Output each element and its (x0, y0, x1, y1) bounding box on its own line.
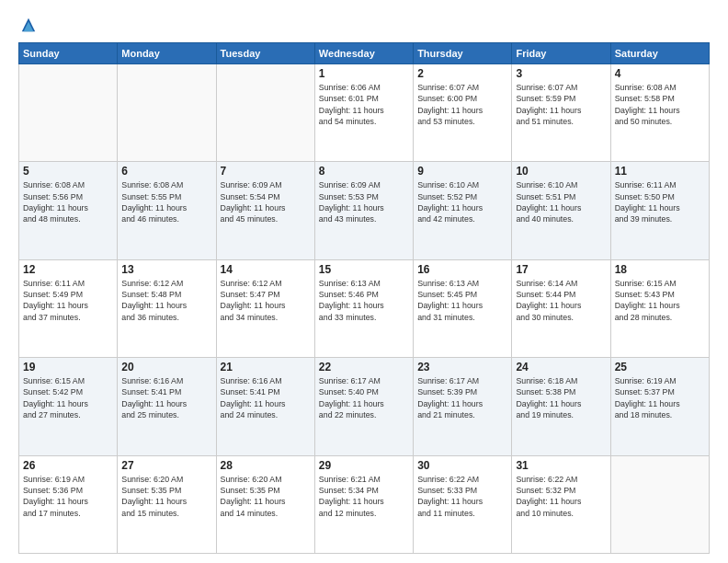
calendar-day-13: 13Sunrise: 6:12 AM Sunset: 5:48 PM Dayli… (118, 259, 216, 357)
day-info: Sunrise: 6:10 AM Sunset: 5:51 PM Dayligh… (516, 179, 606, 224)
day-info: Sunrise: 6:12 AM Sunset: 5:47 PM Dayligh… (221, 278, 311, 323)
calendar-day-15: 15Sunrise: 6:13 AM Sunset: 5:46 PM Dayli… (314, 259, 413, 357)
day-number: 19 (23, 361, 113, 373)
day-info: Sunrise: 6:13 AM Sunset: 5:45 PM Dayligh… (417, 278, 507, 323)
day-number: 8 (319, 165, 409, 178)
day-info: Sunrise: 6:19 AM Sunset: 5:37 PM Dayligh… (615, 375, 705, 420)
day-info: Sunrise: 6:19 AM Sunset: 5:36 PM Dayligh… (23, 474, 113, 519)
weekday-friday: Friday (512, 43, 610, 64)
day-number: 9 (417, 165, 507, 178)
calendar-day-17: 17Sunrise: 6:14 AM Sunset: 5:44 PM Dayli… (512, 259, 610, 357)
day-info: Sunrise: 6:16 AM Sunset: 5:41 PM Dayligh… (221, 375, 311, 420)
calendar-day-26: 26Sunrise: 6:19 AM Sunset: 5:36 PM Dayli… (19, 455, 118, 553)
day-number: 6 (121, 165, 211, 178)
day-number: 24 (516, 361, 606, 373)
day-info: Sunrise: 6:08 AM Sunset: 5:58 PM Dayligh… (615, 82, 705, 127)
day-number: 27 (121, 459, 211, 472)
day-number: 29 (319, 459, 409, 472)
day-number: 20 (121, 361, 211, 373)
calendar-day-8: 8Sunrise: 6:09 AM Sunset: 5:53 PM Daylig… (314, 162, 413, 259)
day-info: Sunrise: 6:14 AM Sunset: 5:44 PM Dayligh… (516, 278, 606, 323)
weekday-saturday: Saturday (610, 43, 709, 64)
day-info: Sunrise: 6:18 AM Sunset: 5:38 PM Dayligh… (516, 375, 606, 420)
calendar-empty (216, 64, 314, 162)
calendar-day-5: 5Sunrise: 6:08 AM Sunset: 5:56 PM Daylig… (19, 162, 118, 259)
calendar-day-25: 25Sunrise: 6:19 AM Sunset: 5:37 PM Dayli… (610, 358, 709, 455)
day-number: 23 (417, 361, 507, 373)
day-info: Sunrise: 6:12 AM Sunset: 5:48 PM Dayligh… (121, 278, 211, 323)
calendar-day-7: 7Sunrise: 6:09 AM Sunset: 5:54 PM Daylig… (216, 162, 314, 259)
day-info: Sunrise: 6:11 AM Sunset: 5:49 PM Dayligh… (23, 278, 113, 323)
day-number: 12 (23, 263, 113, 276)
day-number: 17 (516, 263, 606, 276)
weekday-monday: Monday (118, 43, 216, 64)
calendar-week-4: 19Sunrise: 6:15 AM Sunset: 5:42 PM Dayli… (19, 358, 710, 455)
day-info: Sunrise: 6:13 AM Sunset: 5:46 PM Dayligh… (319, 278, 409, 323)
day-info: Sunrise: 6:10 AM Sunset: 5:52 PM Dayligh… (417, 179, 507, 224)
day-number: 21 (221, 361, 311, 373)
weekday-wednesday: Wednesday (314, 43, 413, 64)
calendar-day-23: 23Sunrise: 6:17 AM Sunset: 5:39 PM Dayli… (414, 358, 512, 455)
day-number: 10 (516, 165, 606, 178)
day-number: 13 (121, 263, 211, 276)
weekday-tuesday: Tuesday (216, 43, 314, 64)
calendar-day-10: 10Sunrise: 6:10 AM Sunset: 5:51 PM Dayli… (512, 162, 610, 259)
day-info: Sunrise: 6:15 AM Sunset: 5:43 PM Dayligh… (615, 278, 705, 323)
day-number: 28 (221, 459, 311, 472)
day-number: 4 (615, 67, 705, 80)
day-info: Sunrise: 6:22 AM Sunset: 5:33 PM Dayligh… (417, 474, 507, 519)
day-number: 16 (417, 263, 507, 276)
day-number: 22 (319, 361, 409, 373)
day-number: 25 (615, 361, 705, 373)
calendar-day-22: 22Sunrise: 6:17 AM Sunset: 5:40 PM Dayli… (314, 358, 413, 455)
calendar-day-16: 16Sunrise: 6:13 AM Sunset: 5:45 PM Dayli… (414, 259, 512, 357)
day-info: Sunrise: 6:09 AM Sunset: 5:54 PM Dayligh… (221, 179, 311, 224)
day-number: 5 (23, 165, 113, 178)
day-number: 30 (417, 459, 507, 472)
calendar-empty (610, 455, 709, 553)
calendar-day-30: 30Sunrise: 6:22 AM Sunset: 5:33 PM Dayli… (414, 455, 512, 553)
day-number: 11 (615, 165, 705, 178)
day-number: 31 (516, 459, 606, 472)
calendar-day-21: 21Sunrise: 6:16 AM Sunset: 5:41 PM Dayli… (216, 358, 314, 455)
calendar-table: SundayMondayTuesdayWednesdayThursdayFrid… (18, 42, 710, 554)
calendar-day-31: 31Sunrise: 6:22 AM Sunset: 5:32 PM Dayli… (512, 455, 610, 553)
day-info: Sunrise: 6:20 AM Sunset: 5:35 PM Dayligh… (121, 474, 211, 519)
day-info: Sunrise: 6:06 AM Sunset: 6:01 PM Dayligh… (319, 82, 409, 127)
calendar-day-24: 24Sunrise: 6:18 AM Sunset: 5:38 PM Dayli… (512, 358, 610, 455)
day-info: Sunrise: 6:17 AM Sunset: 5:39 PM Dayligh… (417, 375, 507, 420)
day-info: Sunrise: 6:21 AM Sunset: 5:34 PM Dayligh… (319, 474, 409, 519)
day-info: Sunrise: 6:07 AM Sunset: 5:59 PM Dayligh… (516, 82, 606, 127)
calendar-day-20: 20Sunrise: 6:16 AM Sunset: 5:41 PM Dayli… (118, 358, 216, 455)
day-number: 7 (221, 165, 311, 178)
day-number: 14 (221, 263, 311, 276)
day-info: Sunrise: 6:07 AM Sunset: 6:00 PM Dayligh… (417, 82, 507, 127)
calendar-day-4: 4Sunrise: 6:08 AM Sunset: 5:58 PM Daylig… (610, 64, 709, 162)
calendar-week-5: 26Sunrise: 6:19 AM Sunset: 5:36 PM Dayli… (19, 455, 710, 553)
calendar-week-2: 5Sunrise: 6:08 AM Sunset: 5:56 PM Daylig… (19, 162, 710, 259)
day-info: Sunrise: 6:16 AM Sunset: 5:41 PM Dayligh… (121, 375, 211, 420)
calendar-day-12: 12Sunrise: 6:11 AM Sunset: 5:49 PM Dayli… (19, 259, 118, 357)
calendar-day-29: 29Sunrise: 6:21 AM Sunset: 5:34 PM Dayli… (314, 455, 413, 553)
calendar-day-18: 18Sunrise: 6:15 AM Sunset: 5:43 PM Dayli… (610, 259, 709, 357)
calendar-day-27: 27Sunrise: 6:20 AM Sunset: 5:35 PM Dayli… (118, 455, 216, 553)
day-number: 2 (417, 67, 507, 80)
day-number: 1 (319, 67, 409, 80)
calendar-day-19: 19Sunrise: 6:15 AM Sunset: 5:42 PM Dayli… (19, 358, 118, 455)
day-info: Sunrise: 6:17 AM Sunset: 5:40 PM Dayligh… (319, 375, 409, 420)
weekday-header-row: SundayMondayTuesdayWednesdayThursdayFrid… (19, 43, 710, 64)
logo (18, 17, 37, 33)
day-info: Sunrise: 6:11 AM Sunset: 5:50 PM Dayligh… (615, 179, 705, 224)
day-info: Sunrise: 6:22 AM Sunset: 5:32 PM Dayligh… (516, 474, 606, 519)
calendar-week-3: 12Sunrise: 6:11 AM Sunset: 5:49 PM Dayli… (19, 259, 710, 357)
calendar-day-1: 1Sunrise: 6:06 AM Sunset: 6:01 PM Daylig… (314, 64, 413, 162)
weekday-sunday: Sunday (19, 43, 118, 64)
calendar-empty (118, 64, 216, 162)
day-info: Sunrise: 6:15 AM Sunset: 5:42 PM Dayligh… (23, 375, 113, 420)
calendar-week-1: 1Sunrise: 6:06 AM Sunset: 6:01 PM Daylig… (19, 64, 710, 162)
day-info: Sunrise: 6:08 AM Sunset: 5:56 PM Dayligh… (23, 179, 113, 224)
day-number: 18 (615, 263, 705, 276)
page-header (18, 17, 710, 33)
logo-icon (20, 17, 37, 33)
calendar-day-9: 9Sunrise: 6:10 AM Sunset: 5:52 PM Daylig… (414, 162, 512, 259)
